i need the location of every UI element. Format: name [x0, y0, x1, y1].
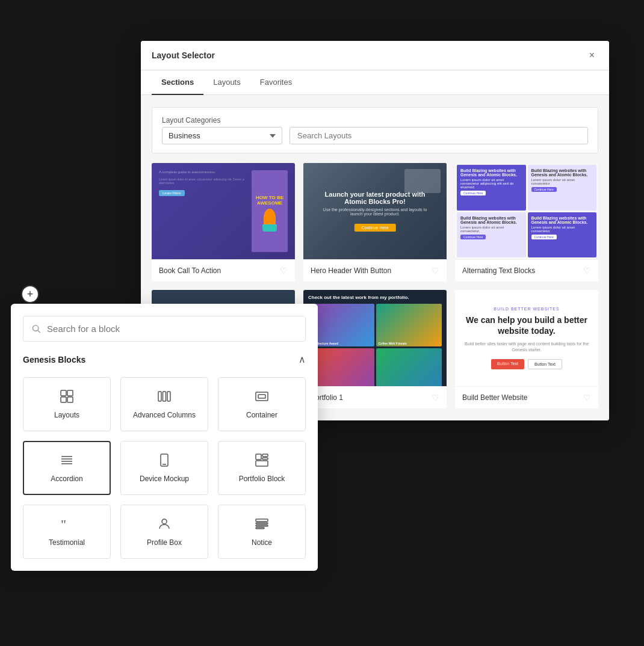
build-btns: Button Text Button Text: [462, 359, 591, 369]
svg-rect-19: [262, 458, 268, 460]
svg-text:": ": [61, 517, 66, 531]
card-book-image: A complete guide to awesomeness. Lorem i…: [152, 163, 295, 259]
block-item-layouts[interactable]: Layouts: [23, 377, 111, 431]
block-label-profile-box: Profile Box: [147, 538, 182, 547]
svg-point-22: [162, 519, 167, 524]
heart-icon-hero[interactable]: ♡: [432, 266, 439, 275]
genesis-blocks-title: Genesis Blocks: [23, 355, 85, 365]
modal-title: Layout Selector: [152, 51, 215, 60]
alt-block-1: Build Blazing websites with Genesis and …: [457, 165, 526, 211]
layout-card-portfolio[interactable]: Check out the latest work from my portfo…: [303, 290, 447, 408]
profile-box-icon: [157, 517, 172, 534]
portfolio-grid: Architecture Award Coffee With Friends S…: [308, 304, 442, 386]
layout-card-book-call[interactable]: A complete guide to awesomeness. Lorem i…: [152, 163, 295, 281]
add-block-button[interactable]: +: [21, 285, 39, 303]
build-text: Build better sites faster with page and …: [462, 341, 591, 353]
book-figure: [264, 209, 276, 227]
card-portfolio-inner: Check out the latest work from my portfo…: [303, 290, 447, 386]
tab-layouts[interactable]: Layouts: [203, 70, 250, 95]
card-footer-portfolio: Portfolio 1 ♡: [303, 386, 447, 408]
portfolio-block-icon: [255, 453, 269, 470]
search-icon: [32, 324, 41, 334]
search-layouts-input[interactable]: [289, 127, 588, 144]
block-item-notice[interactable]: Notice: [218, 505, 306, 559]
layout-card-build[interactable]: Build Better Websites We can help you bu…: [455, 290, 598, 408]
card-title-book: Book Call To Action: [159, 266, 221, 275]
notice-icon: [255, 517, 269, 534]
card-alt-grid: Build Blazing websites with Genesis and …: [455, 163, 598, 259]
block-label-device-mockup: Device Mockup: [140, 475, 189, 483]
card-hero-image: Launch your latest product withAtomic Bl…: [303, 163, 447, 259]
heart-icon-portfolio[interactable]: ♡: [432, 393, 439, 402]
block-item-profile-box[interactable]: Profile Box: [120, 505, 208, 559]
block-item-testimonial[interactable]: " Testimonial: [23, 505, 111, 559]
svg-rect-8: [167, 392, 170, 401]
svg-rect-25: [256, 525, 268, 526]
category-select[interactable]: Business Portfolio Blog Agency: [162, 127, 282, 144]
card-footer-book: Book Call To Action ♡: [152, 259, 295, 281]
svg-rect-9: [256, 392, 268, 401]
svg-rect-10: [258, 395, 265, 398]
tabs-bar: Sections Layouts Favorites: [141, 70, 609, 95]
blocks-grid: Layouts Advanced Columns: [23, 377, 306, 559]
device-mockup-icon: [157, 453, 172, 470]
filter-label: Layout Categories: [162, 116, 588, 125]
block-picker-popup: Genesis Blocks ∧ Layouts: [11, 304, 318, 571]
card-alt-image: Build Blazing websites with Genesis and …: [455, 163, 598, 259]
svg-rect-2: [61, 390, 66, 396]
tab-sections[interactable]: Sections: [152, 70, 203, 95]
card-title-alt: Alternating Text Blocks: [462, 266, 535, 275]
build-tag: Build Better Websites: [462, 307, 591, 311]
svg-rect-23: [256, 519, 268, 521]
card-footer-hero: Hero Header With Button ♡: [303, 259, 447, 281]
build-btn-primary[interactable]: Button Text: [491, 359, 524, 369]
svg-rect-3: [67, 390, 73, 396]
alt-block-4: Build Blazing websites with Genesis and …: [528, 212, 597, 258]
heart-icon-build[interactable]: ♡: [583, 393, 591, 402]
svg-rect-4: [61, 397, 66, 402]
block-item-portfolio-block[interactable]: Portfolio Block: [218, 441, 306, 495]
block-label-layouts: Layouts: [54, 411, 79, 419]
hero-bg: Launch your latest product withAtomic Bl…: [303, 163, 447, 259]
block-label-advanced-columns: Advanced Columns: [133, 411, 196, 419]
search-block-input[interactable]: [47, 324, 297, 334]
alt-block-2: Build Blazing websites with Genesis and …: [528, 165, 597, 211]
advanced-columns-icon: [157, 389, 172, 406]
port-item-1: Architecture Award: [308, 304, 374, 346]
genesis-blocks-header[interactable]: Genesis Blocks ∧: [23, 354, 306, 365]
block-item-device-mockup[interactable]: Device Mockup: [120, 441, 208, 495]
block-item-accordion[interactable]: Accordion: [23, 441, 111, 495]
card-build-inner: Build Better Websites We can help you bu…: [455, 290, 598, 386]
heart-icon-book[interactable]: ♡: [280, 266, 288, 275]
block-item-advanced-columns[interactable]: Advanced Columns: [120, 377, 208, 431]
block-item-container[interactable]: Container: [218, 377, 306, 431]
block-label-portfolio-block: Portfolio Block: [239, 475, 285, 483]
testimonial-icon: ": [60, 517, 74, 534]
port-item-3: Sunset Photography: [308, 348, 374, 387]
card-title-build: Build Better Website: [462, 393, 528, 402]
build-title: We can help you build a better website t…: [462, 315, 591, 336]
block-label-notice: Notice: [252, 538, 272, 547]
tab-favorites[interactable]: Favorites: [250, 70, 302, 95]
card-build-image: Build Better Websites We can help you bu…: [455, 290, 598, 386]
svg-rect-17: [256, 454, 261, 460]
card-footer-build: Build Better Website ♡: [455, 386, 598, 408]
svg-line-1: [38, 330, 40, 332]
svg-rect-24: [256, 523, 268, 524]
heart-icon-alt[interactable]: ♡: [583, 266, 591, 275]
card-footer-alt: Alternating Text Blocks ♡: [455, 259, 598, 281]
build-btn-secondary[interactable]: Button Text: [528, 359, 562, 369]
svg-rect-6: [158, 392, 161, 401]
container-icon: [255, 389, 269, 406]
card-book-cta: Learn More: [159, 190, 185, 196]
card-book-cover: HOW TO BEAWESOME: [252, 170, 288, 252]
block-search-wrap: [23, 316, 306, 342]
layout-card-alternating[interactable]: Build Blazing websites with Genesis and …: [455, 163, 598, 281]
svg-rect-26: [256, 528, 264, 529]
filter-controls: Business Portfolio Blog Agency: [162, 127, 588, 144]
layout-card-hero[interactable]: Launch your latest product withAtomic Bl…: [303, 163, 447, 281]
svg-rect-5: [67, 397, 73, 402]
port-item-2: Coffee With Friends: [376, 304, 442, 346]
block-label-accordion: Accordion: [51, 475, 82, 483]
modal-close-button[interactable]: ×: [586, 49, 598, 61]
